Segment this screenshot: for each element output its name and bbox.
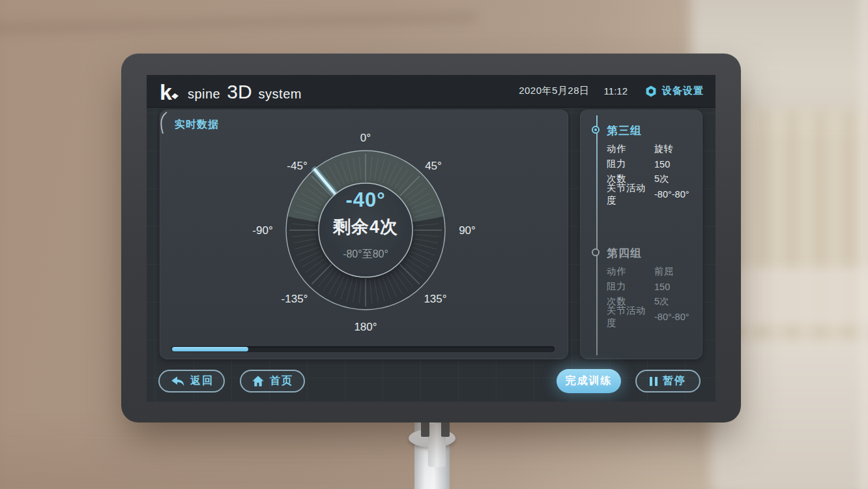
- training-groups-panel: 第三组 动作旋转 阻力150 次数5次 关节活动度-80°-80° 第四组 动作…: [580, 110, 702, 359]
- detail-row: 关节活动度-80°-80°: [607, 186, 698, 201]
- screen: k spine 3D system 2020年5月28日 11:12: [147, 75, 716, 402]
- brand-3d: 3D: [227, 81, 252, 103]
- svg-text:0°: 0°: [360, 132, 371, 144]
- detail-row: 动作前屈: [607, 264, 698, 279]
- svg-text:90°: 90°: [459, 224, 476, 237]
- detail-row: 动作旋转: [607, 141, 698, 156]
- ceiling-edge: [0, 15, 476, 31]
- settings-label: 设备设置: [662, 85, 704, 97]
- detail-row: 阻力150: [607, 156, 698, 171]
- realtime-data-panel: 实时数据 0°45°90°135°180°-135°-90°-45° -40° …: [160, 110, 568, 359]
- pause-button[interactable]: 暂停: [635, 370, 701, 393]
- svg-text:-135°: -135°: [282, 293, 308, 305]
- date-text: 2020年5月28日: [519, 85, 589, 97]
- header-right: 2020年5月28日 11:12 设备设置: [519, 85, 704, 98]
- gear-icon: [644, 85, 658, 98]
- angle-dial-gauge: 0°45°90°135°180°-135°-90°-45°: [160, 110, 569, 360]
- session-progress-bar: [171, 346, 555, 352]
- right-wall-strip: [863, 0, 868, 489]
- back-arrow-icon: [169, 375, 185, 388]
- timeline-line: [596, 115, 598, 355]
- shelf: [730, 267, 868, 326]
- svg-text:180°: 180°: [354, 321, 377, 333]
- finish-training-button[interactable]: 完成训练: [557, 369, 621, 393]
- detail-row: 阻力150: [607, 279, 698, 294]
- back-button[interactable]: 返回: [158, 370, 225, 393]
- progress-fill: [172, 347, 248, 351]
- detail-row: 关节活动度-80°-80°: [607, 309, 698, 324]
- brand: k spine 3D system: [160, 78, 302, 104]
- device-settings-button[interactable]: 设备设置: [644, 85, 704, 98]
- panel-corner-bracket: [158, 111, 169, 135]
- time-text: 11:12: [604, 85, 628, 96]
- brand-spine: spine: [188, 87, 220, 102]
- svg-text:135°: 135°: [424, 293, 446, 305]
- floor-shade: [0, 417, 443, 489]
- active-group-marker-icon: [592, 126, 600, 134]
- app-header: k spine 3D system 2020年5月28日 11:12: [147, 75, 716, 108]
- group-detail-rows: 动作旋转 阻力150 次数5次 关节活动度-80°-80°: [607, 141, 698, 201]
- home-button[interactable]: 首页: [240, 370, 305, 393]
- svg-text:-90°: -90°: [252, 224, 272, 237]
- group-detail-rows: 动作前屈 阻力150 次数5次 关节活动度-80°-80°: [607, 264, 698, 324]
- monitor: k spine 3D system 2020年5月28日 11:12: [121, 53, 741, 422]
- idle-group-marker-icon: [592, 248, 600, 256]
- logo-k-icon: k: [160, 80, 171, 105]
- home-icon: [252, 375, 265, 387]
- back-label: 返回: [190, 374, 214, 388]
- svg-text:-45°: -45°: [287, 160, 307, 172]
- logo-dot-icon: [171, 93, 179, 99]
- pause-label: 暂停: [663, 374, 686, 388]
- group-name: 第三组: [607, 123, 642, 138]
- finish-label: 完成训练: [566, 374, 613, 388]
- panel-title: 实时数据: [175, 118, 219, 132]
- scene: k spine 3D system 2020年5月28日 11:12: [0, 0, 868, 489]
- svg-text:45°: 45°: [425, 160, 442, 172]
- group-name: 第四组: [607, 246, 642, 261]
- pause-icon: [650, 377, 658, 386]
- home-label: 首页: [270, 374, 293, 388]
- brand-system: system: [259, 87, 302, 102]
